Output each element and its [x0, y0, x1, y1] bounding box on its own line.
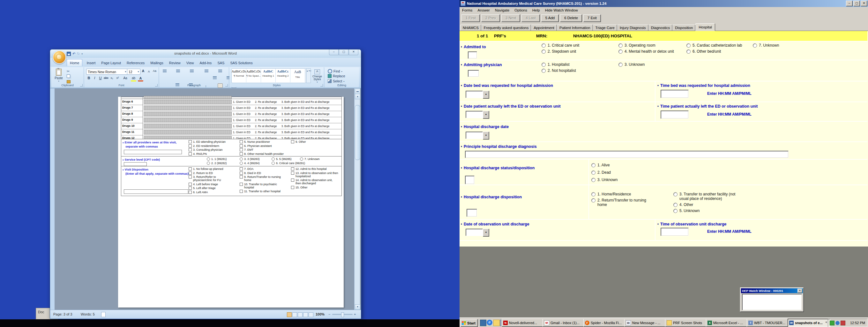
- checkbox[interactable]: [189, 144, 192, 148]
- combo-value-field[interactable]: [466, 131, 483, 139]
- ribbon-tab[interactable]: References: [124, 59, 148, 66]
- admitting-physician-input[interactable]: [468, 70, 479, 77]
- word-titlebar[interactable]: ↶ ↻ ▾ snapshots of ed.docx - Microsoft W…: [50, 50, 361, 58]
- time-left-ed-input[interactable]: [660, 111, 689, 119]
- task-button[interactable]: Gmail - Inbox (1)...: [542, 319, 585, 327]
- radio-button[interactable]: [541, 50, 546, 54]
- nhamcs-maximize-button[interactable]: ▢: [853, 1, 860, 6]
- numbered-list-icon[interactable]: [175, 68, 181, 73]
- radio-button[interactable]: [272, 157, 275, 160]
- checkbox[interactable]: [240, 167, 243, 171]
- radio-button[interactable]: [591, 163, 595, 167]
- nhamcs-titlebar[interactable]: National Hospital Ambulatory Medical Car…: [460, 0, 868, 7]
- task-button[interactable]: snapshots of e...: [787, 319, 830, 327]
- date-bed-requested-combo[interactable]: ▼: [466, 91, 489, 99]
- paragraph-dialog-launcher-icon[interactable]: [225, 84, 228, 87]
- underline-button[interactable]: U: [98, 76, 103, 81]
- cut-icon[interactable]: ✂: [67, 69, 69, 73]
- task-button[interactable]: Spider - Mozilla Fi...: [583, 319, 626, 327]
- checkbox[interactable]: [291, 172, 294, 175]
- radio-button[interactable]: [541, 63, 546, 67]
- discharge-status-input[interactable]: [465, 176, 474, 184]
- bold-button[interactable]: B: [86, 76, 92, 81]
- watch-window-list[interactable]: [742, 294, 802, 310]
- radio-button[interactable]: [207, 157, 210, 160]
- tray-shield-icon[interactable]: [830, 321, 835, 325]
- menu-item[interactable]: Forms: [460, 7, 475, 13]
- zoom-out-icon[interactable]: −: [329, 312, 330, 316]
- form-tab[interactable]: Diagnostics: [648, 25, 672, 31]
- radio-button[interactable]: [591, 192, 595, 197]
- visit-disposition-input[interactable]: [124, 189, 188, 194]
- radio-button[interactable]: [591, 178, 595, 182]
- styles-dialog-launcher-icon[interactable]: [320, 84, 323, 87]
- change-styles-button[interactable]: A Change Styles ▾: [312, 69, 322, 83]
- radio-button[interactable]: [618, 50, 623, 54]
- form-tab[interactable]: Injury Diagnosis: [617, 25, 648, 31]
- page-indicator[interactable]: Page: 3 of 3: [53, 312, 72, 316]
- task-button[interactable]: New Message - ...: [624, 319, 667, 327]
- toolbar-button[interactable]: 5 Add: [541, 14, 559, 22]
- checkbox[interactable]: [291, 179, 294, 182]
- checkbox[interactable]: [240, 175, 243, 179]
- radio-button[interactable]: [240, 161, 243, 165]
- time-observation-discharge-input[interactable]: [660, 228, 689, 236]
- ribbon-tab[interactable]: Insert: [84, 59, 99, 66]
- office-button[interactable]: [53, 51, 66, 64]
- radio-button[interactable]: [272, 161, 275, 165]
- task-button[interactable]: PRF Screen Shots: [665, 319, 708, 327]
- style-gallery-item[interactable]: AaBbC Heading 1: [261, 69, 276, 82]
- decrease-indent-icon[interactable]: [204, 68, 209, 73]
- scroll-down-icon[interactable]: ▼: [355, 304, 360, 310]
- form-tab[interactable]: Frequently asked questions: [481, 25, 531, 31]
- combo-value-field[interactable]: [466, 229, 483, 236]
- ribbon-tab[interactable]: Review: [166, 59, 184, 66]
- drug-input-field[interactable]: [144, 124, 232, 128]
- style-gallery-item[interactable]: AaBbCcDc ¶ No Spaci...: [246, 69, 261, 82]
- font-color-button[interactable]: A: [138, 76, 143, 82]
- word-close-button[interactable]: ✕: [349, 50, 359, 55]
- checkbox[interactable]: [240, 172, 243, 175]
- radio-button[interactable]: [591, 198, 595, 203]
- radio-button[interactable]: [673, 192, 678, 197]
- full-screen-view-icon[interactable]: [292, 312, 297, 317]
- time-bed-requested-input[interactable]: [660, 90, 689, 98]
- radio-button[interactable]: [618, 43, 623, 48]
- scroll-up-icon[interactable]: ▲: [355, 94, 360, 99]
- zoom-slider-thumb[interactable]: [341, 312, 344, 317]
- select-button[interactable]: Select ▾: [328, 79, 344, 83]
- paste-button[interactable]: Paste ▾: [54, 69, 63, 82]
- multilevel-list-icon[interactable]: [189, 68, 195, 73]
- checkbox[interactable]: [189, 140, 192, 143]
- font-size-dropdown-icon[interactable]: ▼: [136, 70, 140, 73]
- tray-overflow-icon[interactable]: «: [825, 320, 827, 324]
- scrollbar-thumb[interactable]: [355, 105, 360, 160]
- tray-network-icon[interactable]: [835, 321, 840, 325]
- style-gallery-item[interactable]: AaB Title: [290, 69, 305, 82]
- draft-view-icon[interactable]: [309, 312, 313, 317]
- checkbox[interactable]: [189, 172, 192, 175]
- ribbon-tab-home[interactable]: Home: [67, 59, 82, 66]
- checkbox[interactable]: [240, 183, 243, 186]
- radio-button[interactable]: [240, 157, 243, 160]
- checkbox[interactable]: [240, 140, 243, 143]
- quick-launch-show-desktop-icon[interactable]: [480, 320, 486, 326]
- ribbon-tab[interactable]: Page Layout: [98, 59, 124, 66]
- word-minimize-button[interactable]: –: [329, 50, 339, 55]
- discharge-disposition-input[interactable]: [467, 209, 477, 217]
- checkbox[interactable]: [189, 167, 192, 171]
- font-family-combo[interactable]: Times New Roman ▼: [86, 69, 128, 75]
- shrink-font-button[interactable]: A: [146, 69, 152, 75]
- checkbox[interactable]: [240, 152, 243, 155]
- checkbox[interactable]: [189, 191, 192, 194]
- taskbar-clock[interactable]: 12:52 PM: [850, 321, 865, 325]
- radio-button[interactable]: [673, 209, 678, 213]
- change-case-button[interactable]: Aa: [123, 76, 128, 81]
- ribbon-tab[interactable]: View: [184, 59, 197, 66]
- print-layout-view-icon[interactable]: [287, 312, 292, 317]
- document-page[interactable]: Drugs 6 1. Given in ED 2. Rx at discharg…: [118, 97, 344, 307]
- menu-item[interactable]: Hide Watch Window: [542, 7, 581, 13]
- zoom-in-icon[interactable]: +: [354, 312, 356, 316]
- checkbox[interactable]: [240, 148, 243, 151]
- clear-formatting-button[interactable]: Aa: [152, 69, 157, 74]
